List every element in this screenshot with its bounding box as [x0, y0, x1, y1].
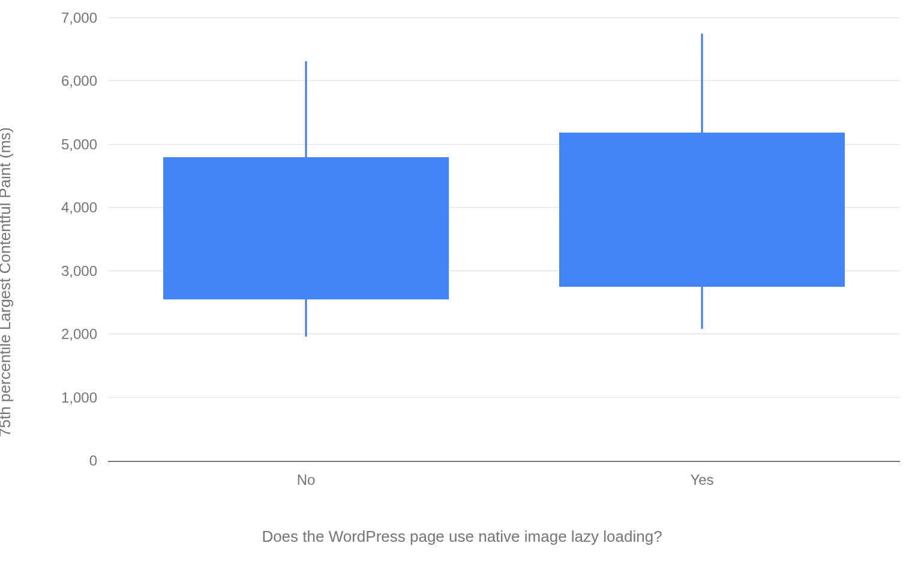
y-tick-label: 0 [89, 452, 108, 469]
y-axis-title: 75th percentile Largest Contentful Paint… [0, 72, 14, 492]
x-axis-title: Does the WordPress page use native image… [0, 527, 924, 546]
chart-container: 75th percentile Largest Contentful Paint… [0, 0, 924, 564]
y-tick-label: 7,000 [61, 10, 108, 26]
x-tick-label: No [297, 461, 316, 488]
box-group-yes [559, 18, 844, 461]
iqr-box [559, 133, 844, 287]
y-tick-label: 6,000 [61, 73, 108, 89]
y-tick-label: 1,000 [61, 389, 108, 406]
y-tick-label: 4,000 [61, 199, 108, 216]
y-tick-label: 5,000 [61, 136, 108, 153]
box-group-no [163, 18, 448, 461]
iqr-box [163, 157, 448, 299]
y-tick-label: 2,000 [61, 326, 108, 343]
plot-area: NoYes 01,0002,0003,0004,0005,0006,0007,0… [108, 18, 900, 462]
x-tick-label: Yes [690, 461, 713, 488]
y-tick-label: 3,000 [61, 263, 108, 280]
